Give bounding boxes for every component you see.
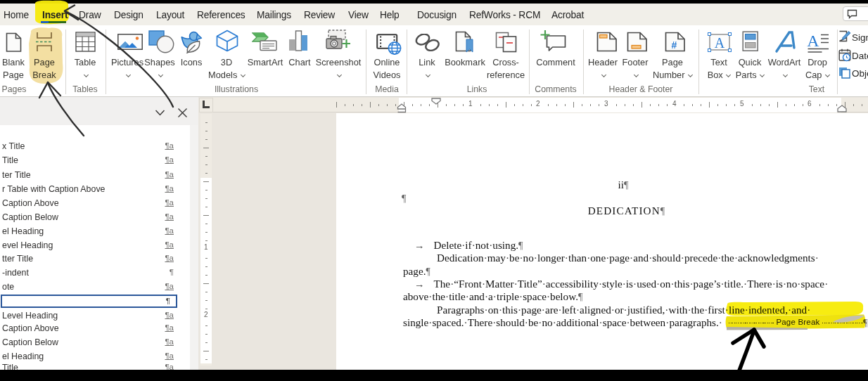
svg-text:#: # — [672, 39, 677, 51]
svg-text:A: A — [807, 32, 819, 50]
svg-text:A: A — [715, 35, 725, 51]
